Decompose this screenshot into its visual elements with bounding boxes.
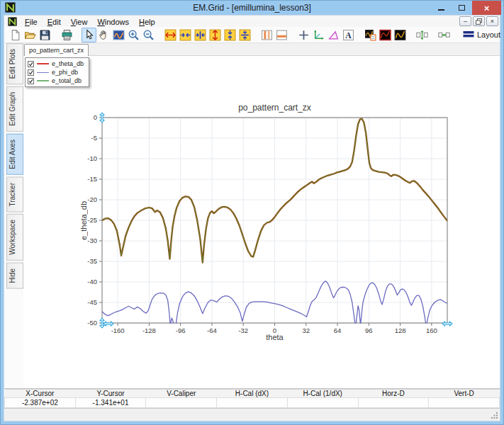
check-icon: [28, 61, 33, 67]
child-restore-button[interactable]: [473, 16, 485, 26]
child-close-button[interactable]: ×: [486, 16, 498, 26]
overlay-plot-button[interactable]: [363, 28, 378, 42]
plot-area[interactable]: -160-128-96-64-3203264961281600-5-10-15-…: [75, 98, 472, 339]
zoom-in-button[interactable]: [126, 28, 141, 42]
plot-legend: e_theta_dbe_phi_dbe_total_db: [25, 57, 89, 87]
legend-item: e_phi_db: [28, 68, 84, 76]
angle-icon: [327, 29, 340, 41]
status-header: Horz-D: [358, 390, 429, 398]
new-file-button[interactable]: [8, 28, 23, 42]
status-bar: [4, 408, 500, 421]
child-minimize-button[interactable]: –: [459, 16, 471, 26]
shrink-x-button[interactable]: [178, 28, 193, 42]
maximize-button[interactable]: [452, 1, 472, 15]
minimize-button[interactable]: [431, 1, 452, 15]
legend-line-swatch: [37, 80, 49, 81]
status-value: [287, 398, 358, 408]
sidebar-tab-edit-axes[interactable]: Edit Axes: [6, 134, 23, 175]
menu-help[interactable]: Help: [134, 18, 160, 26]
plot-dark-yellow-button[interactable]: [393, 28, 408, 42]
app-window: EM.Grid - [emillumina_lesson3] × FileEdi…: [0, 0, 504, 425]
legend-checkbox[interactable]: [28, 78, 34, 84]
split-vertical-button[interactable]: [259, 28, 274, 42]
sidebar-tab-tracker[interactable]: Tracker: [6, 177, 23, 212]
layout-label: Layout: [477, 30, 500, 39]
menu-windows[interactable]: Windows: [92, 18, 134, 26]
menu-file[interactable]: File: [20, 18, 43, 26]
plot-canvas[interactable]: e_theta_dbe_phi_dbe_total_db po_pattern_…: [23, 56, 500, 388]
close-button[interactable]: ×: [472, 1, 501, 15]
legend-label: e_phi_db: [52, 69, 78, 76]
text-button[interactable]: A: [341, 28, 356, 42]
plot-dark-red-icon: [379, 29, 391, 41]
app-logo-icon: [5, 2, 16, 16]
svg-text:-5: -5: [91, 134, 97, 142]
split-horizontal-button[interactable]: [274, 28, 289, 42]
save-file-button[interactable]: [38, 28, 52, 42]
menu-view[interactable]: View: [66, 18, 93, 26]
grid-lines: [102, 118, 447, 323]
check-icon: [28, 69, 33, 76]
horizontal-spacing-button[interactable]: [437, 28, 452, 42]
expand-x-icon: [164, 29, 177, 41]
resize-grip[interactable]: [491, 412, 498, 419]
pointer-button[interactable]: [82, 28, 96, 42]
layout-menu-button[interactable]: Layout ▾: [459, 28, 504, 42]
plot-dark-yellow-icon: [394, 29, 406, 41]
axes-button[interactable]: [311, 28, 326, 42]
split-horizontal-icon: [276, 29, 288, 41]
legend-label: e_theta_db: [52, 60, 84, 67]
layout-icon: [463, 30, 474, 40]
vertical-spacing-button[interactable]: [415, 28, 430, 42]
cursor-readout-table: X-CursorY-CursorV-CaliperH-Cal (dX)H-Cal…: [4, 389, 500, 408]
title-bar[interactable]: EM.Grid - [emillumina_lesson3] ×: [1, 1, 503, 15]
status-header: Vert-D: [429, 390, 500, 398]
status-header: H-Cal (dX): [217, 390, 288, 398]
pan-button[interactable]: [96, 28, 111, 42]
document-tab[interactable]: po_pattern_cart_zx: [24, 44, 89, 56]
crosshair-button[interactable]: [296, 28, 311, 42]
expand-x-button[interactable]: [163, 28, 178, 42]
open-file-button[interactable]: [23, 28, 38, 42]
pointer-icon: [83, 29, 95, 41]
angle-button[interactable]: [326, 28, 341, 42]
text-icon: A: [342, 29, 354, 41]
sidebar-tab-workspace[interactable]: Workspace: [6, 214, 23, 261]
legend-label: e_total_db: [52, 77, 82, 84]
toolbar: A Layout ▾: [4, 27, 500, 43]
restore-icon: [476, 18, 482, 25]
zoom-out-button[interactable]: [141, 28, 156, 42]
overlay-plot-icon: [364, 29, 376, 41]
status-header: V-Caliper: [146, 390, 217, 398]
plot-dark-red-button[interactable]: [378, 28, 393, 42]
sidebar-tab-edit-plots[interactable]: Edit Plots: [6, 43, 23, 84]
legend-checkbox[interactable]: [28, 61, 34, 67]
sidebar-tab-rail: Edit PlotsEdit GraphEdit AxesTrackerWork…: [4, 43, 23, 388]
shrink-y-button[interactable]: [223, 28, 237, 42]
legend-line-swatch: [37, 63, 49, 64]
window-bottom-border: [1, 421, 503, 424]
legend-checkbox[interactable]: [28, 69, 34, 76]
plot-zoom-icon: [113, 29, 125, 41]
status-header: X-Cursor: [5, 390, 76, 398]
expand-y-button[interactable]: [208, 28, 223, 42]
status-header: H-Cal (1/dX): [287, 390, 358, 398]
menu-bar: FileEditViewWindowsHelp – ×: [4, 16, 500, 27]
document-logo-icon: [8, 17, 17, 26]
print-button[interactable]: [60, 28, 74, 42]
save-file-icon: [39, 29, 51, 41]
svg-text:-45: -45: [87, 298, 97, 306]
close-icon: ×: [484, 4, 490, 13]
print-icon: [61, 29, 73, 41]
status-value: [358, 398, 429, 408]
y-axis-label: e_theta_db: [78, 167, 89, 273]
sidebar-tab-edit-graph[interactable]: Edit Graph: [6, 86, 23, 132]
x-axis-handle-left[interactable]: [103, 322, 113, 326]
fit-x-button[interactable]: [193, 28, 208, 42]
legend-item: e_total_db: [28, 76, 84, 85]
menu-edit[interactable]: Edit: [43, 18, 66, 26]
fit-y-button[interactable]: [237, 28, 252, 42]
sidebar-tab-hide[interactable]: Hide: [6, 263, 23, 289]
status-value: -2.387e+02: [5, 398, 76, 408]
plot-zoom-button[interactable]: [111, 28, 126, 42]
